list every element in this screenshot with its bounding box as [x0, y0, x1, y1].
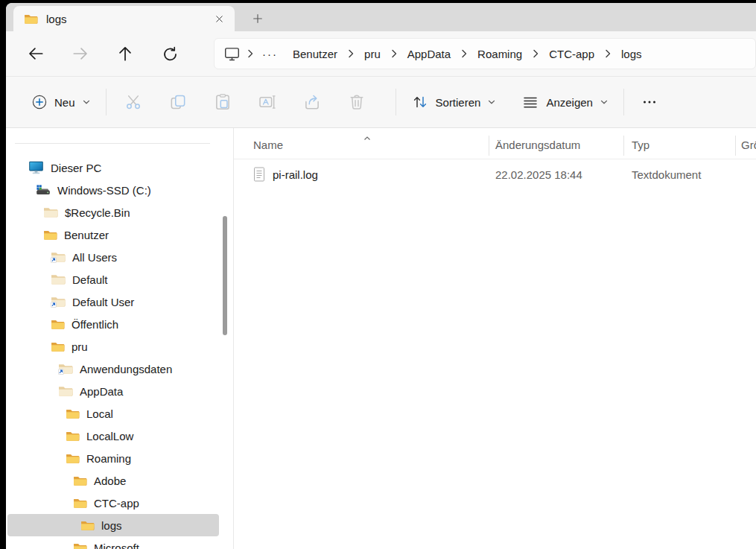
folder-icon	[73, 475, 87, 486]
sidebar-item-label: Adobe	[94, 475, 126, 487]
folder-pale-link-icon	[51, 296, 66, 308]
file-modified-date: 22.02.2025 18:44	[495, 168, 582, 181]
chevron-right-icon[interactable]	[603, 48, 613, 59]
breadcrumb-item-pru[interactable]: pru	[356, 48, 389, 60]
folder-icon	[51, 319, 65, 330]
sidebar-item-label: Default	[72, 273, 108, 286]
toolbar-divider	[623, 89, 624, 115]
sidebar-item-anwendungsdaten[interactable]: Anwendungsdaten	[7, 358, 219, 380]
new-button-label: Neu	[54, 96, 75, 109]
column-header-name[interactable]: Name	[253, 139, 283, 151]
file-name: pi-rail.log	[273, 168, 318, 181]
chevron-right-icon[interactable]	[346, 48, 356, 59]
sidebar-item-appdata[interactable]: AppData	[7, 380, 219, 402]
sidebar-item-label: All Users	[72, 251, 117, 264]
sort-button[interactable]: Sortieren	[407, 93, 501, 111]
sidebar-item-label: CTC-app	[94, 497, 139, 510]
sidebar-item-label: logs	[101, 519, 122, 532]
tab-title: logs	[46, 13, 209, 25]
breadcrumb-item-ctc-app[interactable]: CTC-app	[541, 48, 603, 60]
sidebar-item--ffentlich[interactable]: Öffentlich	[7, 313, 219, 335]
sidebar-item--recycle-bin[interactable]: $Recycle.Bin	[7, 201, 219, 223]
sidebar-scrollbar[interactable]	[223, 216, 227, 335]
column-resize-handle[interactable]	[735, 136, 736, 156]
chevron-right-icon[interactable]	[530, 48, 541, 59]
forward-button	[68, 41, 93, 66]
share-button	[296, 87, 328, 117]
screen: logs ···BenutzerpruAppDataRoamingCTC-app…	[0, 0, 756, 549]
chevron-right-icon[interactable]	[245, 48, 255, 59]
this-pc-icon	[219, 46, 245, 62]
content-area: Dieser PCWindows-SSD (C:)$Recycle.BinBen…	[6, 128, 756, 549]
close-tab-button[interactable]	[209, 9, 229, 28]
sidebar-item-label: Local	[86, 407, 113, 420]
view-button[interactable]: Anzeigen	[517, 93, 613, 111]
up-button[interactable]	[112, 41, 138, 66]
folder-icon	[66, 431, 80, 442]
new-plus-icon	[31, 94, 48, 110]
column-resize-handle[interactable]	[623, 136, 624, 156]
address-bar[interactable]: ···BenutzerpruAppDataRoamingCTC-applogs	[214, 38, 756, 69]
column-header-size[interactable]: Größe	[741, 139, 756, 151]
file-row[interactable]: pi-rail.log22.02.2025 18:44Textdokument	[234, 163, 756, 185]
folder-pale-icon	[51, 273, 66, 285]
view-icon	[521, 93, 539, 111]
file-list-pane: Name Änderungsdatum Typ Größe pi-rail.lo…	[234, 128, 756, 549]
sort-ascending-caret-icon	[362, 130, 372, 144]
sidebar-item-label: Roaming	[86, 452, 131, 465]
sidebar-item-default-user[interactable]: Default User	[7, 291, 219, 313]
sidebar-item-locallow[interactable]: LocalLow	[7, 425, 219, 447]
sidebar-item-windows-ssd-c-[interactable]: Windows-SSD (C:)	[7, 179, 219, 201]
column-resize-handle[interactable]	[489, 136, 489, 156]
chevron-down-icon	[487, 99, 496, 105]
breadcrumb-item-appdata[interactable]: AppData	[399, 48, 459, 60]
new-tab-button[interactable]	[247, 7, 269, 30]
folder-pale-icon	[43, 206, 58, 218]
chevron-right-icon[interactable]	[459, 48, 469, 59]
sidebar-item-logs[interactable]: logs	[7, 514, 219, 536]
chevron-down-icon	[600, 99, 609, 105]
chevron-down-icon	[82, 99, 91, 105]
column-header-modified[interactable]: Änderungsdatum	[495, 139, 580, 151]
breadcrumb-overflow-button[interactable]: ···	[255, 48, 285, 60]
command-bar: Neu Sortieren Anzeigen	[6, 77, 756, 128]
sort-button-label: Sortieren	[436, 96, 481, 109]
paste-icon	[213, 92, 232, 112]
sidebar-item-pru[interactable]: pru	[7, 335, 219, 358]
copy-icon	[168, 92, 188, 112]
back-button[interactable]	[23, 41, 48, 66]
cut-icon	[124, 92, 143, 112]
sidebar-item-roaming[interactable]: Roaming	[7, 447, 219, 469]
file-type: Textdokument	[632, 168, 701, 181]
drive-icon	[36, 185, 51, 196]
folder-icon	[43, 229, 57, 241]
more-options-button[interactable]	[635, 89, 664, 115]
sidebar-item-all-users[interactable]: All Users	[7, 246, 219, 268]
sidebar-divider	[15, 143, 210, 144]
sidebar-item-dieser-pc[interactable]: Dieser PC	[7, 156, 219, 179]
sidebar-item-local[interactable]: Local	[7, 402, 219, 425]
sidebar-item-label: Dieser PC	[51, 162, 101, 174]
column-header-type[interactable]: Typ	[632, 139, 649, 151]
rename-button	[251, 87, 284, 117]
new-button[interactable]: Neu	[27, 94, 95, 110]
sort-icon	[411, 93, 429, 111]
folder-icon	[66, 453, 80, 464]
tab-logs[interactable]: logs	[13, 6, 235, 31]
folder-icon	[80, 520, 95, 531]
sidebar-item-label: Anwendungsdaten	[80, 363, 172, 375]
sidebar-item-benutzer[interactable]: Benutzer	[7, 223, 219, 246]
sidebar-item-default[interactable]: Default	[7, 268, 219, 291]
navigation-bar: ···BenutzerpruAppDataRoamingCTC-applogs	[6, 31, 756, 77]
sidebar-item-label: AppData	[80, 385, 123, 398]
sidebar-item-label: $Recycle.Bin	[65, 206, 130, 219]
folder-icon	[51, 341, 65, 352]
refresh-button[interactable]	[157, 41, 182, 66]
breadcrumb-item-benutzer[interactable]: Benutzer	[285, 48, 346, 60]
breadcrumb-item-logs[interactable]: logs	[613, 48, 650, 60]
chevron-right-icon[interactable]	[389, 48, 399, 59]
sidebar-item-microsoft[interactable]: Microsoft	[7, 536, 219, 549]
sidebar-item-ctc-app[interactable]: CTC-app	[7, 492, 219, 514]
breadcrumb-item-roaming[interactable]: Roaming	[469, 48, 530, 60]
sidebar-item-adobe[interactable]: Adobe	[7, 469, 219, 492]
